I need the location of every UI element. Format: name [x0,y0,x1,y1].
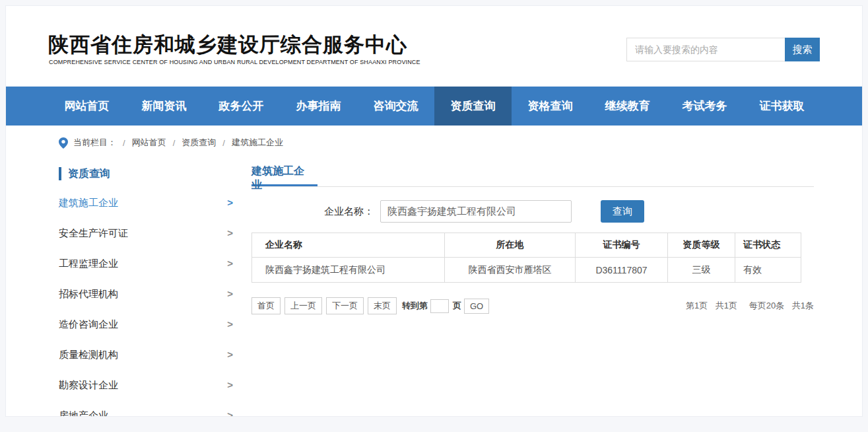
sidebar-item-label: 安全生产许可证 [59,218,128,248]
sidebar-item-survey-design[interactable]: 勘察设计企业 > [59,370,238,400]
sidebar-title: 资质查询 [59,167,238,180]
page-card: 陕西省住房和城乡建设厅综合服务中心 COMPREHENSIVE SERVICE … [5,5,863,417]
tab-construction-enterprise[interactable]: 建筑施工企业 [251,164,317,186]
col-header-location: 所在地 [445,233,576,258]
cell-grade: 三级 [668,258,735,283]
header-search: 搜索 [626,38,820,61]
sidebar-item-label: 勘察设计企业 [59,370,118,400]
nav-item-certificate[interactable]: 证书获取 [743,87,820,126]
breadcrumb: 当前栏目： / 网站首页 / 资质查询 / 建筑施工企业 [59,135,283,151]
breadcrumb-separator: / [173,138,176,148]
search-button[interactable]: 搜索 [785,38,820,61]
nav-item-exams[interactable]: 考试考务 [666,87,743,126]
prev-page-button[interactable]: 上一页 [284,297,322,314]
pagination-info: 第1页 共1页 每页20条 共1条 [686,300,814,312]
table-row: 陕西鑫宇扬建筑工程有限公司 陕西省西安市雁塔区 D361117807 三级 有效 [252,258,801,283]
table-header-row: 企业名称 所在地 证书编号 资质等级 证书状态 [252,233,801,258]
next-page-button[interactable]: 下一页 [326,297,364,314]
result-table: 企业名称 所在地 证书编号 资质等级 证书状态 陕西鑫宇扬建筑工程有限公司 陕西… [251,233,801,283]
tab-bar: 建筑施工企业 [251,164,814,187]
chevron-right-icon: > [227,309,238,340]
total-pages-info: 共1页 [716,301,737,310]
sidebar-item-label: 房地产企业 [59,400,108,417]
sidebar-item-cost-consulting[interactable]: 造价咨询企业 > [59,309,238,340]
col-header-status: 证书状态 [735,233,801,258]
breadcrumb-link-construction[interactable]: 建筑施工企业 [232,137,283,149]
main-nav: 网站首页 新闻资讯 政务公开 办事指南 咨询交流 资质查询 资格查询 继续教育 … [6,87,862,126]
breadcrumb-link-qualification[interactable]: 资质查询 [182,137,216,149]
breadcrumb-separator: / [123,138,125,148]
chevron-right-icon: > [227,400,238,417]
breadcrumb-prefix: 当前栏目： [73,137,116,149]
go-button[interactable]: GO [464,299,489,314]
total-items-info: 共1条 [792,301,814,310]
chevron-right-icon: > [227,340,238,370]
company-name-input[interactable] [380,200,572,223]
sidebar-item-safety-license[interactable]: 安全生产许可证 > [59,218,238,248]
main-content: 建筑施工企业 企业名称： 查询 企业名称 所在地 证书编号 资质等级 证书状态 … [251,164,814,314]
nav-item-service-guide[interactable]: 办事指南 [280,87,357,126]
nav-item-credential-query[interactable]: 资格查询 [512,87,589,126]
col-header-company: 企业名称 [252,233,445,258]
pagination: 首页 上一页 下一页 末页 转到第 页 GO 第1页 共1页 每页20条 共1条 [251,297,814,314]
chevron-right-icon: > [227,218,238,248]
last-page-button[interactable]: 末页 [368,297,397,314]
pagination-controls: 首页 上一页 下一页 末页 转到第 页 GO [251,297,493,314]
nav-item-home[interactable]: 网站首页 [48,87,125,126]
sidebar-item-label: 质量检测机构 [59,340,118,370]
nav-item-news[interactable]: 新闻资讯 [125,87,203,126]
site-header: 陕西省住房和城乡建设厅综合服务中心 COMPREHENSIVE SERVICE … [6,6,862,87]
company-name-label: 企业名称： [324,205,374,218]
site-subtitle: COMPREHENSIVE SERVICE CENTER OF HOUSING … [49,59,420,65]
sidebar: 资质查询 建筑施工企业 > 安全生产许可证 > 工程监理企业 > 招标代理机构 … [59,167,238,180]
current-page-info: 第1页 [686,301,708,310]
location-pin-icon [59,137,68,149]
sidebar-item-real-estate[interactable]: 房地产企业 > [59,400,238,417]
cell-company: 陕西鑫宇扬建筑工程有限公司 [252,258,445,283]
sidebar-list: 建筑施工企业 > 安全生产许可证 > 工程监理企业 > 招标代理机构 > 造价咨… [59,188,238,417]
sidebar-item-bidding-agency[interactable]: 招标代理机构 > [59,279,238,309]
goto-page-prefix: 转到第 [402,300,428,312]
cell-status: 有效 [735,258,801,283]
cell-cert-no: D361117807 [576,258,668,283]
nav-item-qualification-query[interactable]: 资质查询 [434,87,512,126]
col-header-cert-no: 证书编号 [576,233,668,258]
nav-item-continuing-education[interactable]: 继续教育 [589,87,666,126]
breadcrumb-link-home[interactable]: 网站首页 [132,137,166,149]
chevron-right-icon: > [227,188,238,218]
cell-location: 陕西省西安市雁塔区 [445,258,576,283]
site-title: 陕西省住房和城乡建设厅综合服务中心 [48,31,407,59]
query-button[interactable]: 查询 [601,200,644,223]
nav-item-consultation[interactable]: 咨询交流 [357,87,434,126]
goto-page-suffix: 页 [453,300,461,312]
first-page-button[interactable]: 首页 [251,297,281,314]
sidebar-item-quality-inspection[interactable]: 质量检测机构 > [59,340,238,370]
chevron-right-icon: > [227,248,238,279]
sidebar-item-label: 建筑施工企业 [59,188,118,218]
goto-page-input[interactable] [430,299,449,313]
col-header-grade: 资质等级 [668,233,735,258]
breadcrumb-separator: / [222,138,225,148]
sidebar-item-supervision-enterprise[interactable]: 工程监理企业 > [59,248,238,279]
sidebar-item-label: 造价咨询企业 [59,309,118,340]
sidebar-item-label: 工程监理企业 [59,248,118,279]
sidebar-item-construction-enterprise[interactable]: 建筑施工企业 > [59,188,238,218]
sidebar-item-label: 招标代理机构 [59,279,118,309]
chevron-right-icon: > [227,279,238,309]
chevron-right-icon: > [227,370,238,400]
per-page-info: 每页20条 [749,301,784,310]
search-input[interactable] [626,38,785,61]
query-form: 企业名称： 查询 [251,200,814,223]
nav-item-gov-affairs[interactable]: 政务公开 [203,87,280,126]
